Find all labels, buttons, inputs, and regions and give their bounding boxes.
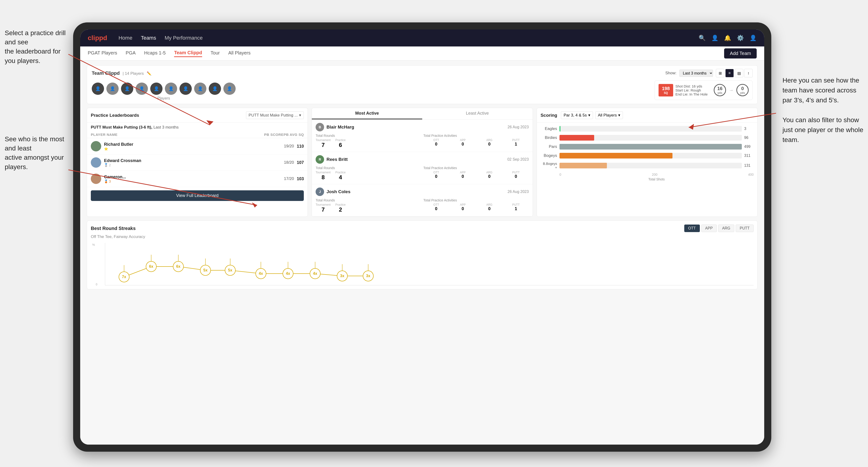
- grid-view-button[interactable]: ⊞: [716, 69, 724, 77]
- avatar-10[interactable]: 👤: [223, 83, 236, 95]
- svg-text:3x: 3x: [340, 274, 344, 278]
- streak-chart-area: % 0 7x: [105, 243, 753, 285]
- avatar-1[interactable]: 👤: [92, 83, 104, 95]
- subnav-tour[interactable]: Tour: [211, 50, 220, 57]
- pac-app-3: APP 0: [450, 203, 476, 211]
- bar-track-eagles: [559, 126, 742, 132]
- period-select[interactable]: Last 3 months: [679, 69, 713, 77]
- show-label: Show:: [665, 71, 677, 75]
- y-axis-0: 0: [96, 283, 97, 286]
- avatar-4[interactable]: 👤: [135, 83, 148, 95]
- svg-text:3x: 3x: [366, 274, 370, 278]
- view-full-leaderboard-button[interactable]: View Full Leaderboard: [91, 190, 304, 201]
- settings-icon[interactable]: ⚙️: [737, 35, 744, 41]
- bar-row-bogeys: Bogeys 311: [540, 153, 753, 158]
- bar-chart: Eagles 3 Birdies: [537, 123, 757, 184]
- scoring-panel-header: Scoring Par 3, 4 & 5s ▾ All Players ▾: [537, 108, 757, 123]
- leaderboard-row: Richard Butler ⭐ 19/20 110: [87, 138, 308, 154]
- avatar-8[interactable]: 👤: [194, 83, 206, 95]
- pac-date-1: 26 Aug 2023: [507, 125, 529, 129]
- bar-row-pars: Pars 499: [540, 144, 753, 150]
- pac-tournament-3: Tournament 7: [316, 203, 331, 213]
- pac-ott-3: OTT 0: [423, 203, 449, 211]
- players-filter-dropdown[interactable]: All Players ▾: [595, 111, 623, 119]
- ott-filter-button[interactable]: OTT: [684, 224, 700, 232]
- player-avatar-2: [91, 157, 101, 168]
- leaderboard-dropdown[interactable]: PUTT Must Make Putting ... ▾: [246, 111, 304, 119]
- svg-text:5x: 5x: [203, 268, 208, 272]
- pac-stats-3: Total Rounds Tournament 7 Practice: [316, 198, 529, 213]
- player-info-3: Cameron... 🥉 3: [104, 175, 281, 183]
- annotation-top-left: Select a practice drill and see the lead…: [5, 28, 71, 65]
- pac-name-1: B Blair McHarg: [316, 123, 354, 131]
- bar-row-dbogeys: B.Bogeys + 131: [540, 162, 753, 169]
- svg-text:4x: 4x: [259, 272, 263, 276]
- subnav-team-clippd[interactable]: Team Clippd: [174, 50, 202, 57]
- streaks-section: Best Round Streaks OTT APP ARG PUTT Off …: [87, 220, 757, 289]
- avatar-5[interactable]: 👤: [150, 83, 162, 95]
- putt-filter-button[interactable]: PUTT: [736, 224, 753, 232]
- streak-dot-9: 3x: [337, 264, 347, 281]
- tablet-screen: clippd Home Teams My Performance 🔍 👤 🔔 ⚙…: [80, 30, 764, 445]
- pac-date-3: 26 Aug 2023: [507, 190, 529, 194]
- add-team-button[interactable]: Add Team: [724, 49, 757, 59]
- player-activity-card-1: B Blair McHarg 26 Aug 2023 Total Rounds: [312, 120, 532, 152]
- app-filter-button[interactable]: APP: [701, 224, 717, 232]
- list-view-button[interactable]: ≡: [725, 69, 734, 77]
- shot-dist: Shot Dist: 16 yds: [676, 84, 708, 88]
- pac-header-2: R Rees Britt 02 Sep 2023: [316, 155, 529, 164]
- subnav-pgat[interactable]: PGAT Players: [88, 50, 117, 57]
- pac-act-values-1: OTT 0 APP 0 ARG: [423, 138, 529, 147]
- panel-header-leaderboard: Practice Leaderboards PUTT Must Make Put…: [87, 108, 308, 123]
- card-view-button[interactable]: ▤: [735, 69, 743, 77]
- avatar-2[interactable]: 👤: [106, 83, 119, 95]
- subnav: PGAT Players PGA Hcaps 1-5 Team Clippd T…: [80, 46, 764, 61]
- pac-putt-3: PUTT 1: [503, 203, 529, 211]
- pac-activities-1: Total Practice Activities OTT 0 APP: [423, 134, 529, 148]
- leaderboard-row: Cameron... 🥉 3 17/20 103: [87, 171, 308, 187]
- pac-avatar-1: B: [316, 123, 324, 131]
- least-active-tab[interactable]: Least Active: [422, 108, 533, 119]
- user-icon[interactable]: 👤: [711, 35, 718, 41]
- pac-arg-3: ARG 0: [476, 203, 502, 211]
- pac-tournament-2: Tournament 8: [316, 171, 331, 181]
- avatar-6[interactable]: 👤: [165, 83, 177, 95]
- nav-home[interactable]: Home: [118, 35, 132, 41]
- streak-svg: 7x 6x 6x: [105, 243, 753, 285]
- nav-my-performance[interactable]: My Performance: [165, 35, 203, 41]
- nav-links: Home Teams My Performance: [118, 35, 699, 41]
- subnav-hcaps[interactable]: Hcaps 1-5: [144, 50, 165, 57]
- nav-teams[interactable]: Teams: [141, 35, 156, 41]
- pac-putt-2: PUTT 0: [503, 171, 529, 179]
- leaderboard-table-header: PLAYER NAME PB SCORE PB AVG SQ: [87, 131, 308, 138]
- edit-team-icon[interactable]: ✏️: [147, 71, 151, 75]
- active-tabs: Most Active Least Active: [312, 108, 532, 120]
- arg-filter-button[interactable]: ARG: [718, 224, 735, 232]
- annotation-bottom-left: See who is the most and least active amo…: [5, 134, 71, 172]
- bar-fill-pars: [559, 144, 742, 150]
- svg-text:5x: 5x: [228, 268, 232, 272]
- avatar-7[interactable]: 👤: [180, 83, 192, 95]
- scoring-title: Scoring: [540, 113, 557, 118]
- team-name: Team Clippd: [92, 70, 120, 76]
- pac-name-2: R Rees Britt: [316, 155, 348, 164]
- subnav-pga[interactable]: PGA: [126, 50, 135, 57]
- stats-view-button[interactable]: ↕: [744, 69, 753, 77]
- avatar-3[interactable]: 👤: [121, 83, 133, 95]
- notification-icon[interactable]: 🔔: [724, 35, 731, 41]
- most-active-tab[interactable]: Most Active: [312, 108, 422, 119]
- avatar-icon[interactable]: 👤: [750, 35, 757, 41]
- brand-logo: clippd: [88, 34, 107, 42]
- streaks-subtitle: Off The Tee, Fairway Accuracy: [91, 235, 753, 239]
- par-filter-dropdown[interactable]: Par 3, 4 & 5s ▾: [561, 111, 593, 119]
- pac-practice-2: Practice 4: [335, 171, 346, 181]
- pac-ott-1: OTT 0: [423, 138, 449, 147]
- team-section: Team Clippd | 14 Players ✏️ Show: Last 3…: [87, 65, 757, 104]
- team-count: | 14 Players: [123, 71, 144, 76]
- search-icon[interactable]: 🔍: [699, 35, 706, 41]
- avatar-9[interactable]: 👤: [209, 83, 221, 95]
- pac-ott-2: OTT 0: [423, 171, 449, 179]
- shot-info-card: 198 SQ Shot Dist: 16 yds Start Lie: Roug…: [654, 81, 753, 100]
- bar-fill-birdies: [559, 135, 594, 141]
- subnav-all-players[interactable]: All Players: [228, 50, 250, 57]
